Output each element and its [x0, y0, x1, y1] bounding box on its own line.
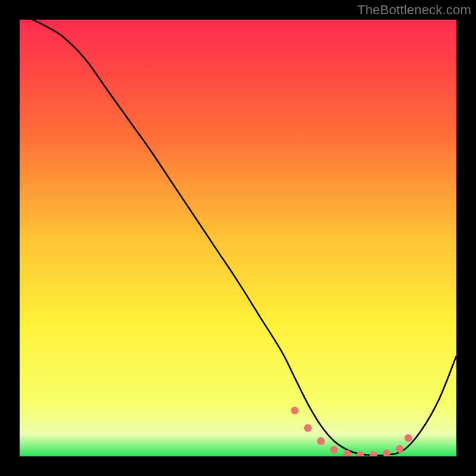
chart-frame: TheBottleneck.com: [0, 0, 476, 476]
marker-point: [317, 437, 325, 445]
marker-point: [304, 424, 312, 432]
marker-point: [396, 445, 403, 453]
plot-area: [20, 20, 456, 456]
marker-point: [405, 434, 412, 442]
marker-point: [330, 446, 338, 453]
chart-svg: [20, 20, 456, 456]
gradient-background: [20, 20, 456, 456]
marker-point: [291, 406, 299, 414]
watermark-text: TheBottleneck.com: [357, 2, 471, 18]
